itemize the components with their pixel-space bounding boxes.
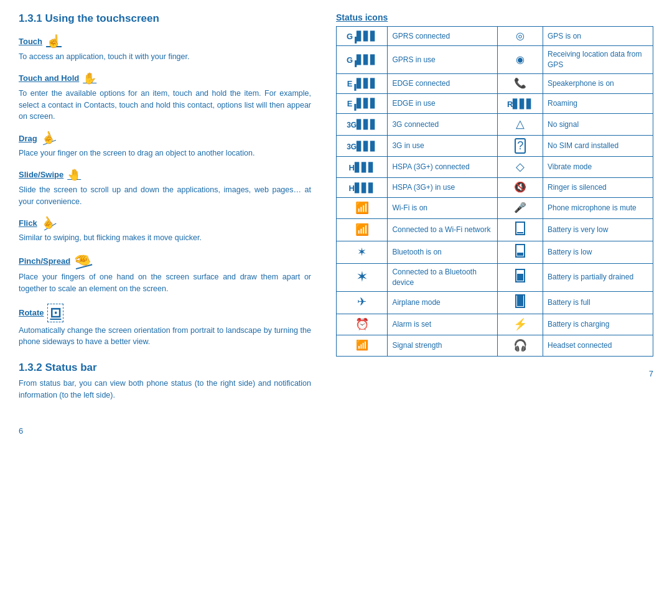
status-label-right: Battery is charging — [543, 314, 653, 335]
status-icon-left: 📶 — [337, 218, 388, 241]
gesture-rotate-heading: Rotate ⊡ — [19, 304, 311, 322]
pinch-icon: 🤏 — [72, 251, 93, 271]
status-label-right: Battery is partially drained — [543, 263, 653, 291]
status-label-right: Vibrate mode — [543, 157, 653, 178]
touch-description: To access an application, touch it with … — [19, 51, 311, 63]
status-icon-right: 📞 — [498, 73, 543, 93]
rotate-label: Rotate — [19, 308, 44, 317]
drag-label: Drag — [19, 134, 37, 143]
status-label-right: Speakerphone is on — [543, 73, 653, 93]
table-row: 📶Signal strength🎧Headset connected — [337, 335, 653, 356]
drag-description: Place your finger on the screen to drag … — [19, 147, 311, 159]
status-icon-left: ✈ — [337, 291, 388, 314]
touch-label: Touch — [19, 37, 42, 46]
touch-icon: ☝ — [46, 34, 62, 49]
table-row: H▋▋▋HSPA (3G+) in use🔇Ringer is silenced — [337, 178, 653, 197]
status-icon-left: E▐▋▋▋ — [337, 73, 388, 93]
drag-icon: ☝ — [39, 129, 57, 147]
table-row: E▐▋▋▋EDGE connected📞Speakerphone is on — [337, 73, 653, 93]
status-icon-right — [498, 241, 543, 263]
touch-hold-label: Touch and Hold — [19, 73, 79, 83]
status-label-left: EDGE connected — [388, 73, 498, 93]
gesture-flick-heading: Flick ☝ — [19, 216, 311, 230]
table-row: ✶Bluetooth is onBattery is low — [337, 241, 653, 263]
gesture-touch-heading: Touch ☝ — [19, 34, 311, 49]
status-label-left: 3G connected — [388, 114, 498, 135]
status-icon-right: 🔇 — [498, 178, 543, 197]
table-row: ✈Airplane modeBattery is full — [337, 291, 653, 314]
status-icon-left: 3G▋▋▋ — [337, 114, 388, 135]
status-icon-right: ◉ — [498, 46, 543, 74]
rotate-icon: ⊡ — [47, 304, 63, 322]
status-label-left: HSPA (3G+) in use — [388, 178, 498, 197]
status-label-left: Airplane mode — [388, 291, 498, 314]
status-icon-right: 🎧 — [498, 335, 543, 356]
status-icon-left: H▋▋▋ — [337, 157, 388, 178]
flick-label: Flick — [19, 218, 37, 228]
status-label-right: Battery is full — [543, 291, 653, 314]
status-label-left: GPRS connected — [388, 27, 498, 46]
status-label-right: Phone microphone is mute — [543, 197, 653, 218]
gesture-hold-heading: Touch and Hold ✋ — [19, 72, 311, 85]
left-column: 1.3.1 Using the touchscreen Touch ☝ To a… — [19, 12, 317, 604]
status-label-left: EDGE in use — [388, 94, 498, 114]
status-icon-right: △ — [498, 114, 543, 135]
table-row: G▐▋▋▋GPRS in use◉Receiving location data… — [337, 46, 653, 74]
status-label-left: HSPA (3G+) connected — [388, 157, 498, 178]
status-icon-left: ✶ — [337, 263, 388, 291]
table-row: 3G▋▋▋3G connected△No signal — [337, 114, 653, 135]
page-number-right: 7 — [336, 369, 653, 378]
table-row: ⏰Alarm is set⚡Battery is charging — [337, 314, 653, 335]
table-row: E▐▋▋▋EDGE in useR▋▋▋Roaming — [337, 94, 653, 114]
pinch-description: Place your fingers of one hand on the sc… — [19, 271, 311, 295]
status-label-right: Ringer is silenced — [543, 178, 653, 197]
status-label-right: Receiving location data from GPS — [543, 46, 653, 74]
section-title: 1.3.1 Using the touchscreen — [19, 12, 311, 25]
status-icon-left: 📶 — [337, 335, 388, 356]
status-label-right: Roaming — [543, 94, 653, 114]
status-icon-left: G▐▋▋▋ — [337, 27, 388, 46]
status-icon-right: R▋▋▋ — [498, 94, 543, 114]
status-label-right: Battery is low — [543, 241, 653, 263]
status-label-left: Connected to a Bluetooth device — [388, 263, 498, 291]
swipe-description: Slide the screen to scroll up and down t… — [19, 184, 311, 208]
status-bar-title: 1.3.2 Status bar — [19, 362, 311, 374]
status-icon-right: ? — [498, 135, 543, 157]
table-row: ✶Connected to a Bluetooth deviceBattery … — [337, 263, 653, 291]
status-icon-left: ⏰ — [337, 314, 388, 335]
table-row: G▐▋▋▋GPRS connected◎GPS is on — [337, 27, 653, 46]
status-label-right: Headset connected — [543, 335, 653, 356]
rotate-description: Automatically change the screen orientat… — [19, 325, 311, 348]
gesture-pinch-heading: Pinch/Spread 🤏 — [19, 253, 311, 269]
status-label-left: Signal strength — [388, 335, 498, 356]
status-icon-right — [498, 263, 543, 291]
flick-description: Similar to swiping, but flicking makes i… — [19, 232, 311, 244]
status-label-left: GPRS in use — [388, 46, 498, 74]
status-icon-right: ◎ — [498, 27, 543, 46]
swipe-label: Slide/Swipe — [19, 170, 63, 179]
status-icon-right: 🎤 — [498, 197, 543, 218]
page-number-left: 6 — [19, 426, 311, 436]
status-label-left: Bluetooth is on — [388, 241, 498, 263]
swipe-icon: 🤚 — [67, 168, 81, 182]
status-label-right: GPS is on — [543, 27, 653, 46]
status-label-left: 3G in use — [388, 135, 498, 157]
status-icon-right: ◇ — [498, 157, 543, 178]
status-icon-right: ⚡ — [498, 314, 543, 335]
table-row: 📶Wi-Fi is on🎤Phone microphone is mute — [337, 197, 653, 218]
flick-icon: ☝ — [39, 213, 57, 232]
status-bar-description: From status bar, you can view both phone… — [19, 378, 311, 401]
pinch-label: Pinch/Spread — [19, 256, 70, 266]
status-icon-right — [498, 218, 543, 241]
status-label-left: Wi-Fi is on — [388, 197, 498, 218]
status-label-left: Alarm is set — [388, 314, 498, 335]
status-icon-left: G▐▋▋▋ — [337, 46, 388, 74]
status-icon-left: H▋▋▋ — [337, 178, 388, 197]
status-icons-table: G▐▋▋▋GPRS connected◎GPS is onG▐▋▋▋GPRS i… — [336, 26, 653, 357]
status-icon-right — [498, 291, 543, 314]
status-label-right: No signal — [543, 114, 653, 135]
status-label-right: Battery is very low — [543, 218, 653, 241]
table-row: 3G▋▋▋3G in use?No SIM card installed — [337, 135, 653, 157]
gesture-drag-heading: Drag ☝ — [19, 131, 311, 145]
touch-hold-description: To enter the available options for an it… — [19, 88, 311, 123]
